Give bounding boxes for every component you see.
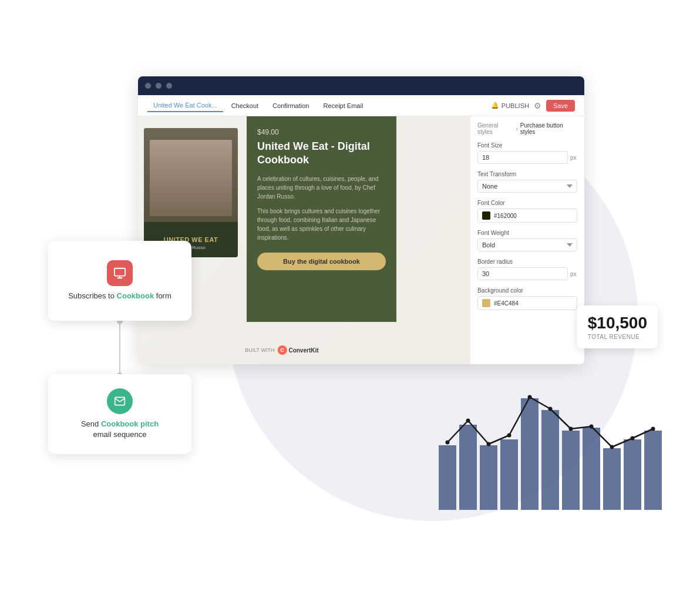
font-weight-group: Font Weight Bold	[477, 230, 577, 251]
subscribe-icon	[107, 260, 133, 286]
bg-color-row[interactable]: #E4C484	[477, 296, 577, 310]
revenue-label: TOTAL REVENUE	[588, 334, 647, 340]
nav-actions: 🔔 PUBLISH ⚙ Save	[491, 100, 575, 112]
subscribes-text-before: Subscribes to	[68, 291, 115, 300]
svg-rect-10	[583, 428, 600, 510]
publish-button[interactable]: 🔔 PUBLISH	[491, 102, 529, 109]
svg-rect-11	[603, 448, 621, 510]
svg-point-15	[466, 419, 470, 423]
tab-confirmation[interactable]: Confirmation	[267, 100, 315, 112]
subscribes-text-after: form	[156, 291, 171, 300]
browser-nav: United We Eat Cook... Checkout Confirmat…	[138, 95, 584, 116]
font-color-swatch	[482, 211, 490, 220]
text-transform-label: Text Transform	[477, 171, 577, 177]
svg-point-17	[507, 434, 511, 438]
svg-rect-9	[562, 431, 580, 510]
book-image-overlay	[150, 140, 232, 216]
card-send: Send Cookbook pitch email sequence	[48, 374, 191, 454]
border-radius-unit: px	[570, 271, 577, 277]
svg-rect-3	[439, 445, 456, 510]
subscribes-card-text: Subscribes to Cookbook form	[68, 291, 171, 301]
svg-point-21	[590, 425, 594, 429]
text-transform-select[interactable]: None	[477, 180, 577, 193]
built-with: BUILT WITH C ConvertKit	[245, 345, 318, 355]
save-button[interactable]: Save	[546, 100, 575, 112]
font-size-unit: px	[570, 154, 577, 161]
product-price: $49.00	[257, 128, 386, 136]
svg-rect-0	[115, 268, 125, 276]
font-color-group: Font Color #162000	[477, 200, 577, 223]
font-weight-label: Font Weight	[477, 230, 577, 236]
svg-point-19	[548, 407, 553, 411]
styles-panel: General styles › Purchase button styles …	[470, 116, 584, 364]
tab-united-we-eat[interactable]: United We Eat Cook...	[147, 99, 223, 112]
revenue-card: $10,500 TOTAL REVENUE	[577, 305, 658, 348]
font-size-input-row: px	[477, 151, 577, 164]
send-text-before: Send	[81, 419, 99, 428]
subscribes-highlight: Cookbook	[117, 291, 154, 300]
browser-dot-1	[145, 83, 151, 89]
font-color-label: Font Color	[477, 200, 577, 206]
send-icon	[107, 388, 133, 414]
browser-window: United We Eat Cook... Checkout Confirmat…	[138, 76, 584, 364]
font-color-value: #162000	[494, 213, 517, 219]
browser-dot-2	[156, 83, 161, 89]
breadcrumb-parent[interactable]: General styles	[477, 122, 513, 135]
tab-checkout[interactable]: Checkout	[226, 100, 264, 112]
border-radius-input-row: px	[477, 267, 577, 280]
border-radius-group: Border radius px	[477, 258, 577, 280]
font-size-label: Font Size	[477, 142, 577, 149]
product-title: United We Eat - Digital Cookbook	[257, 140, 386, 167]
send-highlight: Cookbook pitch	[101, 419, 159, 428]
chart-container	[436, 345, 665, 510]
font-size-group: Font Size px	[477, 142, 577, 164]
convertkit-icon: C	[277, 345, 287, 355]
breadcrumb-current: Purchase button styles	[520, 122, 577, 135]
svg-point-18	[528, 395, 532, 399]
book-cover: UNITED WE EAT Jordan Russo	[144, 128, 238, 257]
font-size-input[interactable]	[477, 151, 568, 164]
product-description-1: A celebration of cultures, cuisines, peo…	[257, 174, 386, 201]
revenue-chart	[436, 345, 665, 510]
svg-point-16	[487, 442, 491, 446]
svg-point-20	[569, 427, 573, 431]
breadcrumb: General styles › Purchase button styles	[477, 122, 577, 135]
svg-point-24	[651, 427, 655, 431]
connector-line	[119, 321, 120, 374]
publish-icon: 🔔	[491, 102, 499, 109]
font-weight-select[interactable]: Bold	[477, 238, 577, 251]
bg-color-value: #E4C484	[494, 300, 519, 307]
border-radius-label: Border radius	[477, 258, 577, 265]
browser-header	[138, 76, 584, 95]
page-container: United We Eat Cook... Checkout Confirmat…	[0, 0, 700, 598]
convertkit-name: ConvertKit	[288, 347, 318, 354]
svg-rect-7	[521, 398, 539, 510]
send-text-line2: email sequence	[93, 430, 146, 439]
text-transform-group: Text Transform None	[477, 171, 577, 193]
svg-rect-4	[459, 425, 477, 510]
revenue-amount: $10,500	[588, 314, 647, 332]
built-with-label: BUILT WITH	[245, 347, 274, 353]
product-info-panel: $49.00 United We Eat - Digital Cookbook …	[247, 116, 396, 322]
card-subscribes: Subscribes to Cookbook form	[48, 241, 191, 321]
svg-point-22	[610, 445, 614, 449]
bg-color-group: Background color #E4C484	[477, 287, 577, 310]
browser-dot-3	[166, 83, 172, 89]
tab-receipt-email[interactable]: Receipt Email	[317, 100, 369, 112]
convertkit-logo: C ConvertKit	[277, 345, 318, 355]
font-color-row[interactable]: #162000	[477, 209, 577, 223]
settings-icon[interactable]: ⚙	[534, 101, 541, 110]
svg-rect-5	[480, 445, 497, 510]
border-radius-input[interactable]	[477, 267, 568, 280]
svg-rect-12	[624, 439, 641, 510]
svg-point-14	[446, 441, 450, 445]
product-description-2: This book brings cultures and cuisines t…	[257, 207, 386, 242]
send-card-text: Send Cookbook pitch email sequence	[81, 419, 159, 440]
svg-rect-8	[541, 410, 559, 510]
svg-point-23	[631, 436, 635, 441]
buy-button[interactable]: Buy the digital cookbook	[257, 253, 386, 270]
product-area: UNITED WE EAT Jordan Russo $49.00 United…	[138, 116, 470, 364]
bg-color-label: Background color	[477, 287, 577, 294]
svg-rect-6	[500, 439, 518, 510]
browser-body: UNITED WE EAT Jordan Russo $49.00 United…	[138, 116, 584, 364]
